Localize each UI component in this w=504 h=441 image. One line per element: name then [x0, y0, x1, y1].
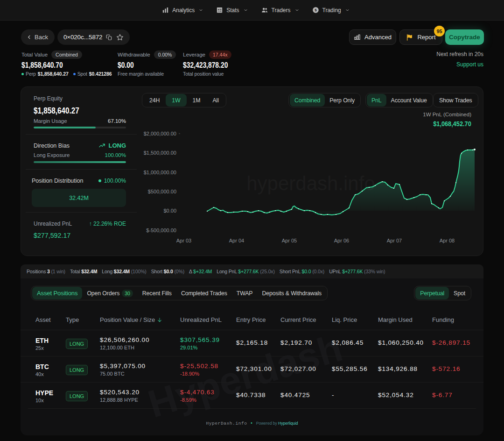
svg-text:$: $ [315, 8, 317, 12]
svg-text:Apr 04: Apr 04 [229, 238, 244, 243]
svg-text:Apr 06: Apr 06 [334, 238, 349, 243]
svg-text:$500,000.00: $500,000.00 [148, 189, 176, 194]
svg-text:$0.00: $0.00 [163, 208, 176, 213]
svg-text:Apr 05: Apr 05 [282, 238, 297, 243]
svg-text:Apr 08: Apr 08 [440, 238, 455, 243]
svg-text:$1,000,000.00: $1,000,000.00 [144, 170, 176, 175]
svg-text:$1,500,000.00: $1,500,000.00 [144, 150, 176, 156]
svg-text:$2,000,000.00: $2,000,000.00 [144, 131, 176, 136]
svg-text:Apr 03: Apr 03 [176, 238, 191, 243]
svg-text:Apr 07: Apr 07 [387, 238, 402, 243]
svg-text:$-500,000.00: $-500,000.00 [146, 228, 176, 233]
svg-text:hyperdash.info: hyperdash.info [246, 172, 375, 194]
